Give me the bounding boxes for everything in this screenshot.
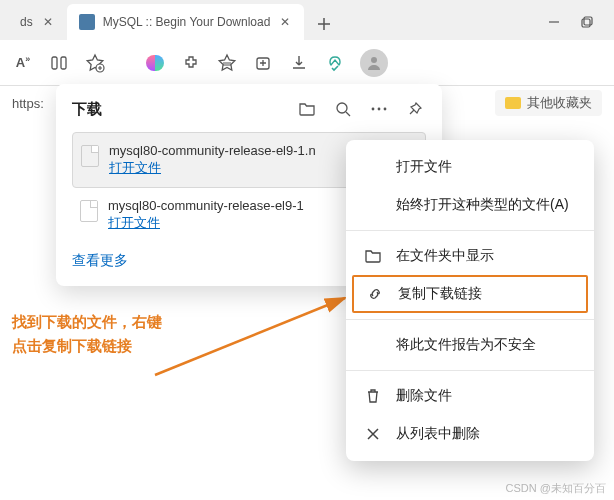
ctx-always-open-type[interactable]: 始终打开这种类型的文件(A) (346, 186, 594, 224)
svg-point-8 (372, 108, 375, 111)
ctx-label: 从列表中删除 (396, 425, 480, 443)
blank-icon (364, 158, 382, 176)
svg-line-11 (155, 298, 345, 375)
brain-icon[interactable] (144, 52, 166, 74)
watermark: CSDN @未知百分百 (506, 481, 606, 496)
divider (346, 319, 594, 320)
performance-icon[interactable] (324, 52, 346, 74)
ctx-remove-from-list[interactable]: 从列表中删除 (346, 415, 594, 453)
annotation-line2: 点击复制下载链接 (12, 334, 162, 358)
favorites-icon[interactable] (216, 52, 238, 74)
svg-point-9 (378, 108, 381, 111)
close-icon[interactable]: ✕ (278, 15, 292, 29)
ctx-show-in-folder[interactable]: 在文件夹中显示 (346, 237, 594, 275)
tab-bar: ds ✕ MySQL :: Begin Your Download ✕ (0, 0, 614, 40)
file-icon (80, 200, 98, 222)
divider (346, 230, 594, 231)
downloads-header: 下载 (72, 98, 426, 120)
ctx-label: 删除文件 (396, 387, 452, 405)
open-file-link[interactable]: 打开文件 (108, 215, 160, 230)
window-controls (536, 4, 606, 40)
pin-icon[interactable] (404, 98, 426, 120)
annotation-arrow-icon (150, 290, 360, 380)
svg-point-7 (337, 103, 347, 113)
downloads-title: 下载 (72, 100, 102, 119)
open-folder-icon[interactable] (296, 98, 318, 120)
context-menu: 打开文件 始终打开这种类型的文件(A) 在文件夹中显示 复制下载链接 将此文件报… (346, 140, 594, 461)
minimize-icon[interactable] (548, 16, 560, 28)
maximize-icon[interactable] (580, 15, 594, 29)
annotation-text: 找到下载的文件，右键 点击复制下载链接 (12, 310, 162, 358)
svg-rect-1 (584, 17, 592, 25)
ctx-copy-download-link[interactable]: 复制下载链接 (352, 275, 588, 313)
extensions-icon[interactable] (180, 52, 202, 74)
ctx-label: 打开文件 (396, 158, 452, 176)
ctx-label: 在文件夹中显示 (396, 247, 494, 265)
tab-previous[interactable]: ds ✕ (8, 4, 67, 40)
annotation-line1: 找到下载的文件，右键 (12, 310, 162, 334)
ctx-label: 始终打开这种类型的文件(A) (396, 196, 569, 214)
blank-icon (364, 336, 382, 354)
see-more-link[interactable]: 查看更多 (72, 252, 128, 270)
url-scheme[interactable]: https: (12, 96, 44, 111)
ctx-label: 将此文件报告为不安全 (396, 336, 536, 354)
ctx-report-unsafe[interactable]: 将此文件报告为不安全 (346, 326, 594, 364)
ctx-label: 复制下载链接 (398, 285, 482, 303)
add-favorite-icon[interactable] (84, 52, 106, 74)
search-icon[interactable] (332, 98, 354, 120)
site-icon (79, 14, 95, 30)
blank-icon (364, 196, 382, 214)
x-icon (364, 425, 382, 443)
ctx-open-file[interactable]: 打开文件 (346, 148, 594, 186)
folder-icon (364, 247, 382, 265)
folder-icon (505, 97, 521, 109)
svg-point-6 (371, 57, 377, 63)
svg-rect-3 (61, 57, 66, 69)
collections-icon[interactable] (252, 52, 274, 74)
ctx-delete-file[interactable]: 删除文件 (346, 377, 594, 415)
browser-toolbar: A» (0, 40, 614, 86)
svg-rect-0 (582, 19, 590, 27)
downloads-icon[interactable] (288, 52, 310, 74)
other-favorites-label: 其他收藏夹 (527, 94, 592, 112)
link-icon (366, 285, 384, 303)
more-icon[interactable] (368, 98, 390, 120)
split-screen-icon[interactable] (48, 52, 70, 74)
tab-previous-label: ds (20, 15, 33, 29)
file-icon (81, 145, 99, 167)
svg-rect-2 (52, 57, 57, 69)
new-tab-button[interactable] (308, 8, 340, 40)
tab-active[interactable]: MySQL :: Begin Your Download ✕ (67, 4, 305, 40)
close-icon[interactable]: ✕ (41, 15, 55, 29)
tab-active-title: MySQL :: Begin Your Download (103, 15, 271, 29)
divider (346, 370, 594, 371)
profile-avatar[interactable] (360, 49, 388, 77)
text-size-icon[interactable]: A» (12, 52, 34, 74)
trash-icon (364, 387, 382, 405)
other-favorites-folder[interactable]: 其他收藏夹 (495, 90, 602, 116)
open-file-link[interactable]: 打开文件 (109, 160, 161, 175)
svg-point-10 (384, 108, 387, 111)
